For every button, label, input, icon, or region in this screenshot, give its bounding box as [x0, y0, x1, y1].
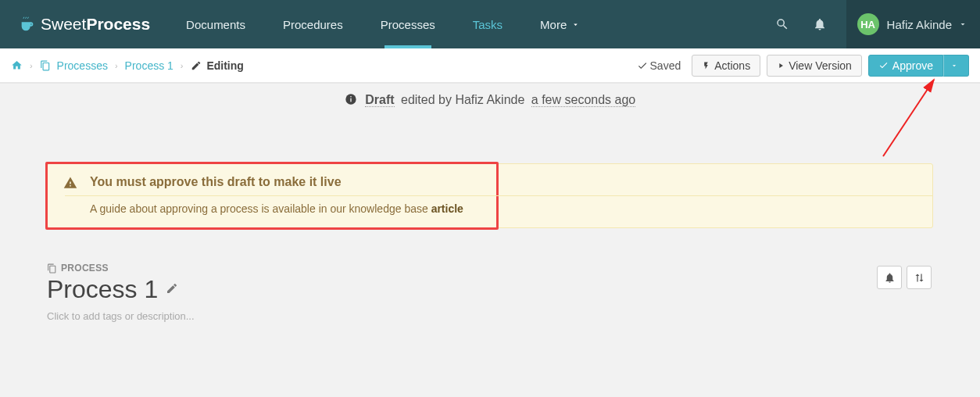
- copy-icon: [40, 60, 51, 71]
- sort-button[interactable]: [907, 266, 932, 289]
- nav-processes[interactable]: Processes: [362, 0, 454, 48]
- notify-button[interactable]: [877, 266, 902, 289]
- breadcrumb-sep: ›: [181, 61, 184, 70]
- saved-status: Saved: [637, 59, 681, 72]
- home-icon: [11, 59, 23, 71]
- bell-icon: [884, 272, 896, 284]
- draft-edited-by: edited by Hafiz Akinde: [401, 93, 524, 106]
- chevron-down-icon: [571, 20, 580, 29]
- side-actions: [877, 266, 932, 289]
- search-button[interactable]: [764, 0, 801, 48]
- check-icon: [637, 60, 648, 71]
- breadcrumb-home[interactable]: [11, 59, 23, 72]
- caret-down-icon: [950, 62, 958, 70]
- view-version-label: View Version: [789, 59, 852, 72]
- approve-label: Approve: [892, 59, 933, 72]
- nav-more-label: More: [540, 18, 567, 31]
- alert-title: You must approve this draft to make it l…: [65, 175, 932, 196]
- process-label-text: PROCESS: [61, 263, 109, 274]
- breadcrumb-bar: › Processes › Process 1 › Editing Saved …: [0, 48, 980, 83]
- process-title: Process 1: [47, 275, 158, 304]
- approve-button[interactable]: Approve: [868, 55, 943, 77]
- breadcrumb-processes[interactable]: Processes: [40, 59, 108, 72]
- check-icon: [878, 60, 889, 70]
- breadcrumb: › Processes › Process 1 › Editing: [11, 59, 244, 72]
- user-menu[interactable]: HA Hafiz Akinde: [846, 0, 980, 48]
- warning-icon: [63, 176, 77, 190]
- breadcrumb-processes-label: Processes: [57, 59, 108, 72]
- approve-alert: You must approve this draft to make it l…: [47, 163, 933, 228]
- brand-logo[interactable]: SweetProcess: [0, 15, 167, 34]
- nav-right: HA Hafiz Akinde: [764, 0, 980, 48]
- toolbar: Saved Actions View Version Approve: [637, 55, 969, 77]
- brand-text-sweet: Sweet: [41, 15, 86, 34]
- actions-label: Actions: [714, 59, 750, 72]
- draft-time: a few seconds ago: [531, 93, 635, 107]
- process-title-row: Process 1: [47, 275, 933, 304]
- breadcrumb-item[interactable]: Process 1: [125, 59, 173, 72]
- breadcrumb-editing-label: Editing: [206, 59, 243, 72]
- alert-article-link[interactable]: article: [431, 202, 463, 215]
- avatar: HA: [857, 13, 879, 35]
- nav-documents[interactable]: Documents: [167, 0, 264, 48]
- bolt-icon: [702, 60, 710, 71]
- info-icon: [345, 93, 357, 106]
- process-label: PROCESS: [47, 263, 933, 274]
- brand-text-process: Process: [86, 15, 150, 34]
- svg-rect-1: [350, 98, 351, 102]
- svg-rect-2: [350, 96, 351, 97]
- alert-title-text: You must approve this draft to make it l…: [90, 175, 342, 188]
- draft-banner: Draft edited by Hafiz Akinde a few secon…: [0, 83, 980, 118]
- chevron-down-icon: [958, 20, 967, 29]
- nav-links: Documents Procedures Processes Tasks Mor…: [167, 0, 599, 48]
- bell-icon: [813, 17, 827, 31]
- alert-body: A guide about approving a process is ava…: [90, 202, 915, 215]
- saved-label: Saved: [650, 59, 681, 72]
- tags-description-input[interactable]: Click to add tags or description...: [47, 310, 933, 322]
- content-area: You must approve this draft to make it l…: [0, 118, 980, 397]
- breadcrumb-editing: Editing: [191, 59, 244, 72]
- pencil-icon: [191, 60, 202, 71]
- pencil-icon: [166, 282, 178, 295]
- notifications-button[interactable]: [801, 0, 839, 48]
- view-version-button[interactable]: View Version: [767, 55, 862, 77]
- search-icon: [775, 17, 789, 31]
- cup-icon: [19, 16, 36, 33]
- nav-more[interactable]: More: [521, 0, 599, 48]
- user-name: Hafiz Akinde: [887, 18, 952, 31]
- breadcrumb-sep: ›: [115, 61, 118, 70]
- edit-title-button[interactable]: [166, 282, 178, 298]
- alert-body-text: A guide about approving a process is ava…: [90, 202, 431, 215]
- actions-button[interactable]: Actions: [692, 55, 760, 77]
- copy-icon: [47, 263, 57, 274]
- nav-procedures[interactable]: Procedures: [264, 0, 362, 48]
- play-icon: [777, 61, 785, 70]
- nav-tasks[interactable]: Tasks: [454, 0, 521, 48]
- approve-dropdown[interactable]: [943, 55, 969, 77]
- sort-icon: [914, 272, 925, 284]
- top-nav: SweetProcess Documents Procedures Proces…: [0, 0, 980, 48]
- breadcrumb-sep: ›: [30, 61, 33, 70]
- approve-button-group: Approve: [868, 55, 969, 77]
- draft-word: Draft: [365, 93, 394, 107]
